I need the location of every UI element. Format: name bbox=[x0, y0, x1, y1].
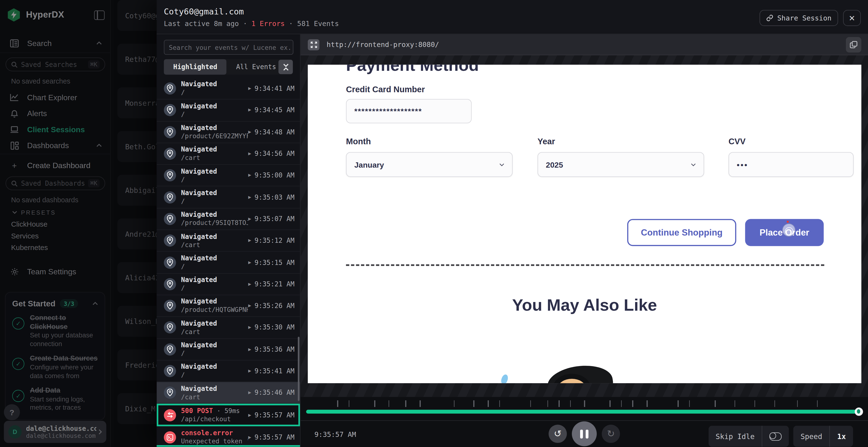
play-icon[interactable]: ▶ bbox=[248, 260, 251, 265]
replay-cursor bbox=[782, 224, 796, 237]
preset-link-clickhouse[interactable]: ClickHouse bbox=[11, 220, 48, 228]
session-list-item[interactable]: Frederic bbox=[117, 349, 157, 381]
session-list-item[interactable]: Coty60@g bbox=[117, 0, 157, 31]
tab-highlighted[interactable]: Highlighted bbox=[164, 59, 227, 75]
saved-dashboards-placeholder: Saved Dashboards bbox=[21, 179, 88, 187]
play-icon[interactable]: ▶ bbox=[248, 173, 251, 177]
help-button[interactable]: ? bbox=[4, 404, 20, 420]
event-row-error[interactable]: console.errorUnexpected token 'I'…▶9:35:… bbox=[157, 426, 300, 447]
event-row[interactable]: Navigated/cart▶9:34:56 AM bbox=[157, 143, 300, 165]
session-list-item[interactable]: Retha77@ bbox=[117, 44, 157, 75]
event-title: Navigated bbox=[181, 363, 248, 371]
session-list-item[interactable]: Andre21@ bbox=[117, 218, 157, 249]
event-row[interactable]: Navigated/cart▶9:35:12 AM bbox=[157, 230, 300, 252]
avatar: D bbox=[8, 425, 22, 439]
event-row-error[interactable]: 500 POST · 59ms/api/checkout▶9:35:57 AM bbox=[157, 404, 300, 426]
event-row[interactable]: Navigated/cart▶9:35:30 AM bbox=[157, 317, 300, 339]
forward-button[interactable]: ↻ bbox=[602, 424, 620, 443]
sidebar-item-client-sessions[interactable]: Client Sessions bbox=[0, 122, 111, 137]
event-row[interactable]: Navigated/product/9SIQT8TOJO▶9:35:07 AM bbox=[157, 208, 300, 230]
rewind-button[interactable]: ↺ bbox=[549, 424, 567, 443]
saved-dashboards-input[interactable]: Saved Dashboards ⌘K bbox=[5, 176, 105, 190]
speed-control[interactable]: Speed 1x bbox=[794, 426, 853, 447]
chevron-down-icon bbox=[691, 163, 696, 166]
create-dashboard-button[interactable]: + Create Dashboard bbox=[0, 158, 111, 173]
get-started-item[interactable]: ✓Create Data SourcesConfigure where your… bbox=[12, 355, 98, 381]
timeline-track[interactable] bbox=[306, 410, 863, 414]
play-icon[interactable]: ▶ bbox=[248, 130, 251, 134]
play-icon[interactable]: ▶ bbox=[248, 282, 251, 286]
event-row[interactable]: Navigated/product/HQTGWGPNH4▶9:35:26 AM bbox=[157, 295, 300, 317]
pause-button[interactable] bbox=[572, 421, 597, 446]
tab-all-events[interactable]: All Events bbox=[227, 59, 285, 75]
play-icon[interactable]: ▶ bbox=[248, 325, 251, 330]
event-row[interactable]: Navigated/▶9:35:36 AM bbox=[157, 339, 300, 360]
play-icon[interactable]: ▶ bbox=[248, 435, 251, 439]
timeline-tick bbox=[559, 400, 559, 407]
get-started-item[interactable]: ✓Connect to ClickHouseSet up your databa… bbox=[12, 314, 98, 348]
timeline-tick bbox=[774, 400, 775, 407]
user-menu[interactable]: D dale@clickhouse.com dale@clickhouse.co… bbox=[4, 421, 106, 443]
session-list-item[interactable]: Dixie_M bbox=[117, 393, 157, 424]
event-row[interactable]: Navigated/▶9:35:41 AM bbox=[157, 360, 300, 382]
play-icon[interactable]: ▶ bbox=[248, 347, 251, 351]
get-started-title: Get Started bbox=[12, 299, 56, 308]
events-search-input[interactable]: Search your events w/ Lucene ex. colum bbox=[164, 40, 293, 55]
timeline-tick bbox=[374, 400, 375, 407]
check-icon: ✓ bbox=[12, 317, 25, 330]
play-icon[interactable]: ▶ bbox=[248, 86, 251, 91]
play-icon[interactable]: ▶ bbox=[248, 195, 251, 199]
timeline-playhead[interactable] bbox=[855, 408, 863, 416]
copy-icon[interactable] bbox=[846, 37, 861, 53]
sidebar-item-team-settings[interactable]: Team Settings bbox=[0, 264, 111, 279]
event-title: Navigated bbox=[181, 319, 248, 328]
replay-timeline[interactable] bbox=[301, 397, 868, 420]
saved-searches-input[interactable]: Saved Searches ⌘K bbox=[5, 58, 105, 71]
expand-icon[interactable] bbox=[308, 39, 319, 50]
sidebar-item-search[interactable]: Search bbox=[0, 36, 111, 50]
share-session-button[interactable]: Share Session bbox=[760, 10, 838, 26]
sidebar-item-chart-explorer[interactable]: Chart Explorer bbox=[0, 90, 111, 105]
session-list-item[interactable]: Abbigail bbox=[117, 175, 157, 206]
event-path: /product/9SIQT8TOJO bbox=[181, 219, 248, 227]
location-pin-icon bbox=[164, 387, 176, 399]
event-row[interactable]: Navigated/▶9:35:03 AM bbox=[157, 187, 300, 208]
event-row[interactable]: Navigated/cart▶9:35:46 AM bbox=[157, 382, 300, 404]
collapse-sidebar-icon[interactable] bbox=[94, 10, 105, 20]
presets-header[interactable]: PRESETS bbox=[12, 209, 56, 216]
play-icon[interactable]: ▶ bbox=[248, 413, 251, 417]
sidebar-item-alerts[interactable]: Alerts bbox=[0, 106, 111, 121]
sidebar-item-dashboards[interactable]: Dashboards bbox=[0, 138, 111, 153]
event-row[interactable]: Navigated/▶9:35:00 AM bbox=[157, 165, 300, 187]
event-row[interactable]: Navigated/product/6E92ZMYYFZ▶9:34:48 AM bbox=[157, 122, 300, 143]
event-row[interactable]: Navigated/▶9:35:15 AM bbox=[157, 252, 300, 274]
event-row[interactable]: Navigated/▶9:34:45 AM bbox=[157, 100, 300, 122]
console-error-icon bbox=[164, 431, 176, 443]
session-email: Coty60@gmail.com bbox=[164, 7, 244, 16]
play-icon[interactable]: ▶ bbox=[248, 217, 251, 221]
collapse-events-button[interactable] bbox=[278, 60, 293, 74]
get-started-item[interactable]: ✓Add DataStart sending logs, metrics, or… bbox=[12, 386, 98, 412]
scrollbar-thumb[interactable] bbox=[298, 337, 300, 401]
preset-link-kubernetes[interactable]: Kubernetes bbox=[11, 243, 48, 251]
play-icon[interactable]: ▶ bbox=[248, 369, 251, 373]
session-list-item[interactable]: Alicia42 bbox=[117, 262, 157, 293]
session-list-item[interactable]: Monserra bbox=[117, 88, 157, 118]
play-icon[interactable]: ▶ bbox=[248, 108, 251, 112]
preset-link-services[interactable]: Services bbox=[11, 232, 38, 240]
play-icon[interactable]: ▶ bbox=[248, 391, 251, 395]
skip-idle-label: Skip Idle bbox=[708, 426, 762, 447]
play-icon[interactable]: ▶ bbox=[248, 151, 251, 156]
event-row[interactable]: Navigated/▶9:34:41 AM bbox=[157, 78, 300, 100]
close-button[interactable]: ✕ bbox=[843, 10, 861, 26]
skip-idle-toggle[interactable]: Skip Idle bbox=[708, 426, 789, 447]
session-list-item[interactable]: Beth.Gol bbox=[117, 131, 157, 162]
session-list-item[interactable]: Wilson_H bbox=[117, 306, 157, 337]
chevron-up-icon[interactable] bbox=[92, 302, 98, 305]
link-icon bbox=[766, 14, 774, 22]
event-timestamp: ▶9:35:41 AM bbox=[248, 367, 300, 375]
play-icon[interactable]: ▶ bbox=[248, 238, 251, 243]
events-search-placeholder: Search your events w/ Lucene ex. colum bbox=[169, 43, 293, 51]
event-row[interactable]: Navigated/▶9:35:21 AM bbox=[157, 274, 300, 295]
play-icon[interactable]: ▶ bbox=[248, 304, 251, 308]
